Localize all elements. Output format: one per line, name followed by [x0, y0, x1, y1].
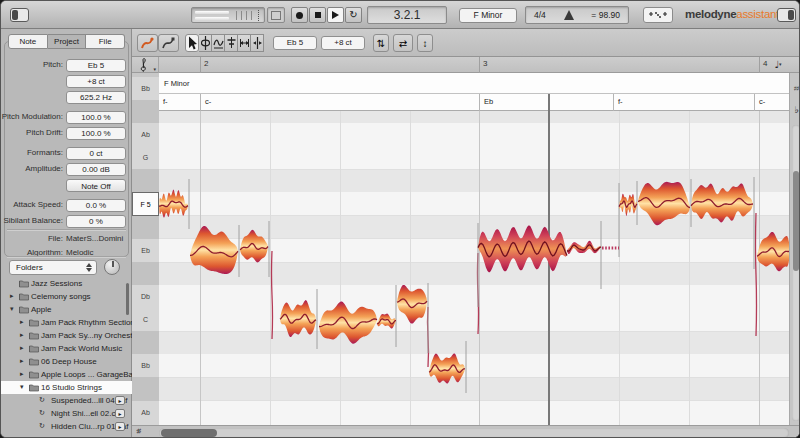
disclosure-closed-icon[interactable]: ▸: [20, 316, 24, 329]
field-formants[interactable]: 0 ct: [66, 147, 126, 160]
position-display[interactable]: 3.2.1: [367, 6, 447, 24]
play-button[interactable]: [327, 7, 344, 23]
pitch-snap-icon[interactable]: ♯♯: [136, 427, 140, 436]
modulation-tool-button[interactable]: [212, 34, 225, 52]
chord-options-icon[interactable]: ♭: [790, 105, 800, 115]
pitch-ruler-cell[interactable]: [132, 169, 159, 192]
vertical-zoom-button[interactable]: ↕: [417, 34, 433, 52]
pitch-ruler-cell[interactable]: [132, 331, 159, 354]
pitch-ruler-cell-c[interactable]: C: [132, 308, 159, 331]
scale-options-icon[interactable]: ♯♯: [790, 85, 800, 93]
folders-dropdown[interactable]: Folders: [9, 260, 97, 275]
disclosure-closed-icon[interactable]: ▸: [20, 368, 24, 381]
preview-play-button[interactable]: ▸: [115, 396, 125, 405]
disclosure-open-icon[interactable]: ▾: [10, 303, 14, 316]
note-blob-bb4[interactable]: [429, 353, 465, 383]
preview-play-button[interactable]: ▸: [115, 422, 125, 431]
browser-scrollbar-thumb[interactable]: [126, 283, 129, 315]
horizontal-scrollbar-thumb[interactable]: [161, 429, 217, 437]
tab-file[interactable]: File: [86, 34, 125, 49]
pitch-ruler-cell-g[interactable]: G: [132, 146, 159, 169]
disclosure-closed-icon[interactable]: ▸: [20, 329, 24, 342]
record-button[interactable]: [291, 7, 308, 23]
monitor-box[interactable]: [267, 7, 285, 23]
quantize-time-macro-button[interactable]: ⇄: [393, 34, 413, 52]
note-blob-f5[interactable]: [691, 183, 753, 222]
disclosure-closed-icon[interactable]: ▸: [10, 290, 14, 303]
toolbar-cents-field[interactable]: +8 ct: [321, 36, 365, 50]
right-sidebar-strip: ♯♯ ♭: [789, 73, 800, 425]
note-blob-f5[interactable]: [159, 190, 188, 218]
tree-item-06-deep-house[interactable]: ▸06 Deep House: [1, 355, 132, 368]
pitch-ruler-cell-ab[interactable]: Ab: [132, 401, 159, 424]
tree-item-apple[interactable]: ▾Apple: [1, 303, 132, 316]
cycle-button[interactable]: ↻: [345, 7, 362, 23]
tree-item-hidden-clu-rp-01-caf[interactable]: ↻Hidden Clu...rp 01.caf▸: [1, 420, 132, 433]
tree-item-jam-pack-sy-ny-orchestra[interactable]: ▸Jam Pack Sy...ny Orchestra: [1, 329, 132, 342]
pitch-ruler-cell-bb[interactable]: Bb: [132, 77, 159, 100]
key-button[interactable]: F Minor: [459, 8, 517, 23]
pitch-ruler-cell[interactable]: [132, 215, 159, 238]
note-blob-f5[interactable]: [638, 182, 690, 226]
field-625-2-hz[interactable]: 625.2 Hz: [66, 91, 126, 104]
disclosure-closed-icon[interactable]: ▸: [20, 342, 24, 355]
field-pitch-drift[interactable]: 100.0 %: [66, 127, 126, 140]
tree-item-celemony-songs[interactable]: ▸Celemony songs: [1, 290, 132, 303]
note-blob-c5[interactable]: [280, 300, 316, 337]
pitch-ruler-cell-eb[interactable]: Eb: [132, 239, 159, 262]
tab-project[interactable]: Project: [48, 34, 87, 49]
pitch-ruler-cell[interactable]: [132, 100, 159, 123]
note-assignment-button[interactable]: [643, 7, 673, 23]
field-attack-speed[interactable]: 0.0 %: [66, 199, 126, 212]
field-amplitude[interactable]: 0.00 dB: [66, 163, 126, 176]
pitch-ruler-cell-bb[interactable]: Bb: [132, 354, 159, 377]
timing-tool-button[interactable]: [238, 34, 251, 52]
tree-item-apple-loops-garageband[interactable]: ▸Apple Loops ... GarageBand: [1, 368, 132, 381]
separation-tool-button[interactable]: [251, 34, 264, 52]
note-blob-eb5[interactable]: [240, 230, 268, 263]
preview-play-button[interactable]: ▸: [115, 409, 125, 418]
tree-item-16-studio-strings[interactable]: ▾16 Studio Strings: [1, 381, 132, 394]
correct-pitch-macro-button[interactable]: ⇅: [373, 34, 389, 52]
pitch-ruler-cell[interactable]: [132, 377, 159, 400]
toggle-right-panel-button[interactable]: [777, 8, 796, 22]
formant-tool-button[interactable]: [225, 34, 238, 52]
pitch-ruler-cell-ab[interactable]: Ab: [132, 123, 159, 146]
bar-ruler[interactable]: 234: [132, 57, 800, 73]
tree-item-jam-pack-rhythm-section[interactable]: ▸Jam Pack Rhythm Section: [1, 316, 132, 329]
tree-item-night-shi-ell-02-caf[interactable]: ↻Night Shi...ell 02.caf▸: [1, 407, 132, 420]
vertical-scrollbar[interactable]: [792, 125, 800, 421]
field-8-ct[interactable]: +8 ct: [66, 75, 126, 88]
pitch-tool-button[interactable]: [199, 34, 212, 52]
tree-item-jazz-sessions[interactable]: Jazz Sessions: [1, 277, 132, 290]
stop-button[interactable]: [309, 7, 326, 23]
time-macro-icon: ⇄: [399, 38, 407, 49]
note-blob-eb5-selected[interactable]: [478, 225, 567, 272]
arrow-tool-button[interactable]: [185, 34, 199, 52]
note-blob-c5[interactable]: [319, 302, 377, 344]
pitch-ruler-cell-db[interactable]: Db: [132, 285, 159, 308]
tempo-display[interactable]: 4/4 = 98.90: [525, 6, 629, 24]
disclosure-closed-icon[interactable]: ▸: [20, 355, 24, 368]
pitch-ruler-cell[interactable]: [132, 262, 159, 285]
preview-volume-knob[interactable]: [104, 259, 120, 275]
horizontal-scrollbar[interactable]: [159, 428, 789, 438]
tree-item-suspended-ill-04-caf[interactable]: ↻Suspended...ill 04.caf▸: [1, 394, 132, 407]
disclosure-open-icon[interactable]: ▾: [20, 381, 24, 394]
main-tool-button[interactable]: [137, 34, 158, 52]
toolbar-pitch-field[interactable]: Eb 5: [273, 36, 317, 50]
field-sibilant-balance[interactable]: 0 %: [66, 215, 126, 228]
field-pitch[interactable]: Eb 5: [66, 59, 126, 72]
clef-selector[interactable]: ▾: [132, 57, 159, 73]
toggle-left-panel-button[interactable]: [10, 8, 29, 22]
note-off-button[interactable]: Note Off: [66, 179, 126, 192]
tab-note[interactable]: Note: [8, 34, 48, 49]
vertical-scrollbar-thumb[interactable]: [793, 171, 799, 271]
pitch-ruler-cell-f-5[interactable]: F 5: [132, 192, 159, 215]
field-pitch-modulation[interactable]: 100.0 %: [66, 111, 126, 124]
note-value-selector[interactable]: ♩▾: [764, 57, 792, 73]
tree-item-jam-pack-world-music[interactable]: ▸Jam Pack World Music: [1, 342, 132, 355]
pitch-tool-icon: [200, 35, 211, 51]
pitch-curve-tool-button[interactable]: [158, 34, 179, 52]
edit-canvas[interactable]: F Minor f-c-Ebf-c-: [159, 73, 789, 425]
